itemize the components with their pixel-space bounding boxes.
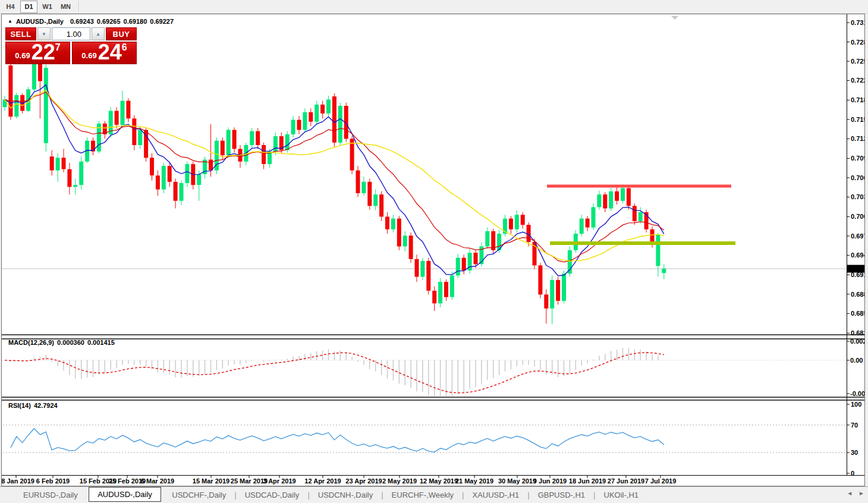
sell-price-prefix: 0.69 [15, 51, 30, 60]
svg-text:15 Mar 2019: 15 Mar 2019 [193, 477, 229, 485]
tab-separator: | [462, 491, 464, 499]
tab-separator: | [234, 491, 236, 499]
svg-text:2 May 2019: 2 May 2019 [382, 477, 417, 485]
buy-price-prefix: 0.69 [81, 51, 96, 60]
buy-price-pip: 6 [122, 43, 127, 52]
svg-text:0: 0 [851, 470, 854, 477]
toolbar-separator [78, 1, 80, 12]
svg-text:23 Apr 2019: 23 Apr 2019 [345, 477, 382, 485]
svg-text:28 Jan 2019: 28 Jan 2019 [2, 477, 34, 485]
timeframe-button-d1[interactable]: D1 [20, 1, 37, 13]
svg-text:6 Mar 2019: 6 Mar 2019 [141, 477, 174, 485]
chart-title-bar: ▲ AUDUSD-,Daily 0.692430.692650.691800.6… [8, 18, 174, 25]
svg-text:0.68210: 0.68210 [851, 329, 864, 337]
timeframe-button-w1[interactable]: W1 [39, 1, 56, 13]
rsi-name: RSI(14) [8, 402, 31, 409]
rsi-value: 42.7924 [34, 402, 58, 409]
tab-separator: | [527, 491, 529, 499]
macd-indicator-label: MACD(12,26,9)0.0003600.001415 [5, 339, 115, 346]
svg-text:25 Mar 2019: 25 Mar 2019 [231, 477, 268, 485]
timeframe-button-h4[interactable]: H4 [2, 1, 19, 13]
tab-separator: | [307, 491, 309, 499]
symbol-tab-audusd[interactable]: AUDUSD-,Daily [89, 487, 161, 502]
sell-price-button[interactable]: 0.69 22 7 [5, 42, 70, 64]
tab-scroll-left-icon[interactable]: ◄ [847, 490, 853, 496]
symbol-tab-usdcnh[interactable]: USDCNH-,Daily [310, 489, 380, 501]
svg-text:21 May 2019: 21 May 2019 [455, 477, 493, 485]
svg-text:12 May 2019: 12 May 2019 [420, 477, 458, 485]
svg-text:0.00: 0.00 [850, 357, 863, 364]
tab-separator: | [593, 491, 595, 499]
svg-text:9 Jun 2019: 9 Jun 2019 [533, 477, 567, 485]
rsi-indicator-label: RSI(14)42.7924 [5, 402, 58, 409]
buy-price-button[interactable]: 0.69 24 6 [72, 42, 137, 64]
svg-text:3 Apr 2019: 3 Apr 2019 [263, 477, 295, 485]
svg-text:0.71890: 0.71890 [851, 96, 864, 103]
ohlc-open: 0.69243 [70, 18, 94, 25]
svg-text:0.72505: 0.72505 [851, 58, 864, 65]
svg-text:12 Apr 2019: 12 Apr 2019 [304, 477, 341, 485]
volume-decrease-button[interactable]: ▼ [37, 27, 51, 40]
tab-scrollers: ◄ ► [847, 490, 864, 496]
symbol-tab-xauusd[interactable]: XAUUSD-,H1 [465, 489, 527, 501]
sell-price-pip: 7 [55, 43, 61, 52]
svg-text:0.71585: 0.71585 [851, 116, 864, 123]
tab-scroll-right-icon[interactable]: ► [858, 490, 864, 496]
svg-text:7 Jul 2019: 7 Jul 2019 [645, 477, 677, 485]
ohlc-values: 0.692430.692650.691800.69227 [67, 18, 174, 25]
volume-input[interactable] [52, 27, 90, 40]
macd-name: MACD(12,26,9) [8, 339, 54, 346]
chart-canvas[interactable]: 0.731150.728100.725050.722000.718900.715… [2, 14, 864, 486]
tab-separator: | [381, 491, 383, 499]
symbol-tab-gbpusd[interactable]: GBPUSD-,H1 [530, 489, 593, 501]
volume-increase-button[interactable]: ▲ [92, 27, 105, 40]
svg-text:0.72810: 0.72810 [851, 39, 864, 46]
svg-text:25 Feb 2019: 25 Feb 2019 [109, 477, 146, 485]
chart-window: 0.731150.728100.725050.722000.718900.715… [1, 14, 865, 486]
svg-text:0.70050: 0.70050 [851, 213, 864, 220]
svg-text:18 Jun 2019: 18 Jun 2019 [569, 477, 606, 485]
timeframe-button-mn[interactable]: MN [57, 1, 74, 13]
symbol-tab-ukoil[interactable]: UKOil-,H1 [596, 489, 647, 501]
timeframe-toolbar: H4D1W1MN [0, 0, 868, 14]
svg-text:30 May 2019: 30 May 2019 [498, 477, 536, 485]
buy-button[interactable]: BUY [106, 27, 137, 40]
ohlc-close: 0.69227 [150, 18, 174, 25]
svg-text:0.69745: 0.69745 [851, 232, 864, 240]
trading-terminal: { "toolbar": {"buttons": ["H4", "D1", "W… [0, 0, 868, 503]
timeframe-buttons: H4D1W1MN [1, 1, 75, 13]
svg-text:0.70970: 0.70970 [851, 155, 864, 162]
macd-value-signal: 0.001415 [87, 339, 115, 346]
symbol-tab-usdchf[interactable]: USDCHF-,Daily [164, 489, 234, 501]
macd-value-main: 0.000360 [57, 339, 84, 346]
svg-text:0.69227: 0.69227 [848, 265, 865, 272]
svg-text:0.68825: 0.68825 [851, 291, 864, 298]
symbol-tabs: EURUSD-,Daily|AUDUSD-,Daily|USDCHF-,Dail… [15, 489, 646, 502]
svg-text:0.70665: 0.70665 [851, 174, 864, 181]
symbol-tab-bar: EURUSD-,Daily|AUDUSD-,Daily|USDCHF-,Dail… [0, 486, 868, 503]
ohlc-low: 0.69180 [124, 18, 147, 25]
sell-button[interactable]: SELL [5, 27, 36, 40]
ohlc-high: 0.69265 [97, 18, 121, 25]
svg-text:0.002984: 0.002984 [850, 338, 864, 345]
svg-text:70: 70 [851, 422, 858, 429]
chart-symbol-label: AUDUSD-,Daily [16, 18, 64, 25]
one-click-trade-panel: SELL ▼ ▲ BUY 0.69 22 7 0.69 24 6 [5, 27, 137, 64]
svg-text:0.72200: 0.72200 [851, 77, 864, 84]
svg-text:0.69440: 0.69440 [851, 252, 864, 259]
sell-price-big: 22 [32, 43, 55, 61]
svg-text:27 Jun 2019: 27 Jun 2019 [608, 477, 644, 485]
svg-text:0.70360: 0.70360 [851, 193, 864, 200]
symbol-tab-eurchf[interactable]: EURCHF-,Weekly [384, 489, 462, 501]
buy-price-big: 24 [98, 43, 122, 61]
svg-text:100: 100 [851, 401, 861, 408]
svg-text:-0.00525: -0.00525 [850, 390, 864, 397]
svg-text:6 Feb 2019: 6 Feb 2019 [36, 477, 70, 485]
symbol-marker-icon: ▲ [8, 19, 12, 24]
svg-text:0.73115: 0.73115 [851, 19, 864, 26]
svg-text:0.71280: 0.71280 [851, 135, 864, 142]
svg-text:0.68520: 0.68520 [851, 310, 864, 317]
symbol-tab-usdcad[interactable]: USDCAD-,Daily [237, 489, 307, 501]
symbol-tab-eurusd[interactable]: EURUSD-,Daily [15, 489, 86, 501]
svg-text:30: 30 [851, 449, 858, 456]
